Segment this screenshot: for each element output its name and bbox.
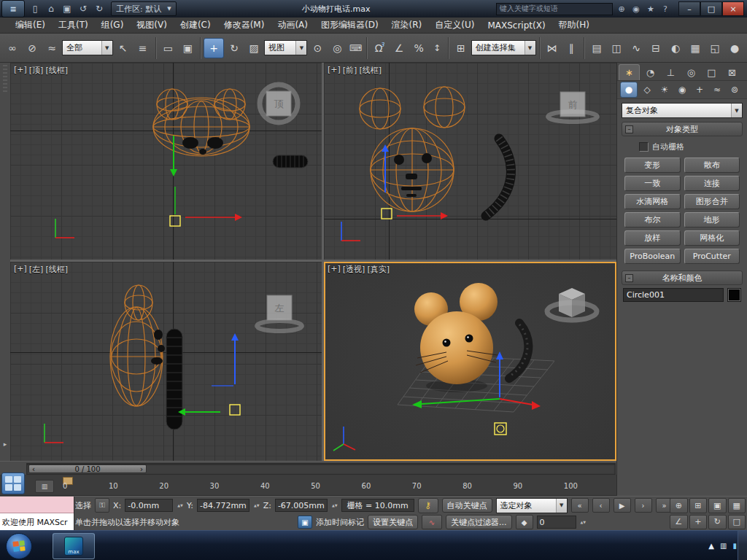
selection-filter-dropdown[interactable]: 全部 ▼ <box>62 40 113 55</box>
help-icon[interactable]: ? <box>659 3 671 15</box>
scene-explorer-icon[interactable]: ◫ <box>607 39 626 58</box>
tray-app-icon[interactable]: ▥ <box>720 542 727 550</box>
connect-button[interactable]: 连接 <box>684 176 740 191</box>
maxscript-mini-listener[interactable]: 欢迎使用 MAXScr <box>0 497 74 531</box>
undo-icon[interactable]: ↺ <box>76 2 90 15</box>
tab-create[interactable]: ∗ <box>619 64 640 80</box>
search-input[interactable]: 键入关键字或短语 <box>496 3 613 15</box>
conform-button[interactable]: 一致 <box>624 176 681 191</box>
subtab-cameras[interactable]: ◉ <box>674 82 690 97</box>
viewport-layout-button[interactable] <box>1 472 25 494</box>
spinner-icon[interactable]: ▲▼ <box>332 504 338 508</box>
search-icon[interactable]: ⊕ <box>616 3 627 15</box>
percent-snap-icon[interactable]: % <box>409 39 428 58</box>
viewport-shading-button[interactable]: [线框] <box>45 264 68 275</box>
zoom-extents-icon[interactable]: ▣ <box>708 498 727 513</box>
object-type-rollout-header[interactable]: – 对象类型 <box>622 122 743 136</box>
move-gizmo-left-view[interactable] <box>178 333 240 416</box>
viewcube-perspective-viewport[interactable] <box>547 288 597 320</box>
select-and-manipulate-icon[interactable]: ◎ <box>328 39 347 58</box>
z-coordinate-field[interactable]: -67.005mm <box>275 499 328 512</box>
rendered-frame-window-icon[interactable]: ◱ <box>705 39 724 58</box>
time-slider-handle[interactable]: ‹ 0 / 100 › <box>28 464 147 473</box>
angle-snap-icon[interactable]: ∠ <box>390 39 409 58</box>
field-of-view-icon[interactable]: ∠ <box>670 515 688 530</box>
menu-group[interactable]: 组(G) <box>95 19 131 31</box>
next-frame-arrow-icon[interactable]: › <box>140 465 143 473</box>
subtab-shapes[interactable]: ◇ <box>639 82 655 97</box>
menu-rendering[interactable]: 渲染(R) <box>385 19 429 31</box>
mouse-model-left-view[interactable] <box>110 285 163 406</box>
sign-in-icon[interactable]: ◉ <box>630 3 642 15</box>
menu-animation[interactable]: 动画(A) <box>271 19 314 31</box>
proboolean-button[interactable]: ProBoolean <box>624 249 681 264</box>
viewport-menu-button[interactable]: [+] <box>14 65 27 76</box>
minimize-button[interactable]: – <box>678 1 700 16</box>
set-key-mode-button[interactable]: 设置关键点 <box>368 515 418 529</box>
menu-modifiers[interactable]: 修改器(M) <box>217 19 271 31</box>
pan-icon[interactable]: + <box>689 515 708 530</box>
subtab-systems[interactable]: ⊚ <box>727 82 743 97</box>
scatter-button[interactable]: 散布 <box>684 158 740 173</box>
menu-tools[interactable]: 工具(T) <box>52 19 95 31</box>
viewport-pov-button[interactable]: [左] <box>29 264 44 275</box>
current-frame-field[interactable]: 0 <box>537 516 576 529</box>
time-slider-track[interactable]: ‹ 0 / 100 › <box>26 463 616 475</box>
add-time-tag[interactable]: 添加时间标记 <box>316 517 364 528</box>
schematic-view-icon[interactable]: ⊟ <box>646 39 665 58</box>
phone-cord-front-view[interactable] <box>486 139 511 216</box>
menu-views[interactable]: 视图(V) <box>130 19 174 31</box>
name-color-rollout-header[interactable]: – 名称和颜色 <box>622 271 743 285</box>
set-key-icon[interactable]: ⚷ <box>418 498 438 513</box>
unlink-selection-icon[interactable]: ⊘ <box>23 39 42 58</box>
window-crossing-toggle-icon[interactable]: ▣ <box>178 39 197 58</box>
viewport-shading-button[interactable]: [真实] <box>367 264 390 275</box>
previous-frame-button[interactable]: ‹ <box>592 498 610 513</box>
tab-display[interactable]: □ <box>702 65 721 80</box>
phone-receiver-top-view[interactable] <box>273 155 308 168</box>
isolate-selection-icon[interactable]: ▣ <box>298 516 312 529</box>
new-scene-icon[interactable]: ▯ <box>28 2 42 15</box>
menu-edit[interactable]: 编辑(E) <box>9 19 52 31</box>
key-selection-dropdown[interactable]: 选定对象 ▼ <box>496 498 568 513</box>
object-color-swatch[interactable] <box>727 288 741 302</box>
render-setup-icon[interactable]: ▦ <box>686 39 705 58</box>
favorites-icon[interactable]: ★ <box>645 3 657 15</box>
spinner-icon[interactable]: ▲▼ <box>177 504 183 508</box>
select-and-move-icon[interactable]: + <box>204 38 224 58</box>
select-object-icon[interactable]: ↖ <box>114 39 133 58</box>
auto-key-button[interactable]: 自动关键点 <box>442 498 492 513</box>
menu-create[interactable]: 创建(C) <box>174 19 217 31</box>
boolean-button[interactable]: 布尔 <box>624 212 681 228</box>
spinner-snap-icon[interactable]: ↕ <box>429 39 445 58</box>
toolbar-grip[interactable] <box>3 65 7 94</box>
phone-receiver-left-view[interactable] <box>166 329 182 429</box>
track-bar[interactable]: 0 10 20 30 40 50 60 70 80 90 100 <box>0 475 616 496</box>
reference-coordinate-dropdown[interactable]: 视图 ▼ <box>264 40 307 55</box>
material-editor-icon[interactable]: ◐ <box>666 39 685 58</box>
expand-tab-bar-icon[interactable]: ▸ <box>1 438 9 451</box>
menu-maxscript[interactable]: MAXScript(X) <box>481 20 551 31</box>
y-coordinate-field[interactable]: -84.772mm <box>197 499 249 512</box>
maximize-button[interactable]: □ <box>700 1 722 16</box>
play-button[interactable]: ▶ <box>614 498 631 513</box>
tab-hierarchy[interactable]: ⊥ <box>661 65 681 80</box>
x-coordinate-field[interactable]: -0.0mm <box>125 499 173 512</box>
menu-help[interactable]: 帮助(H) <box>552 19 596 31</box>
move-gizmo-top-view[interactable] <box>170 136 242 226</box>
zoom-all-icon[interactable]: ⊞ <box>689 498 708 513</box>
start-button[interactable] <box>6 533 32 559</box>
tab-motion[interactable]: ◎ <box>681 65 701 80</box>
viewport-menu-button[interactable]: [+] <box>328 65 341 76</box>
viewport-top[interactable]: [+] [顶] [线框] <box>10 63 322 260</box>
mirror-icon[interactable]: ⋈ <box>542 39 561 58</box>
key-mode-toggle-icon[interactable]: ◆ <box>516 515 533 529</box>
zoom-extents-all-icon[interactable]: ▦ <box>728 498 746 513</box>
named-selection-sets-dropdown[interactable]: 创建选择集 ▼ <box>471 40 536 55</box>
viewcube-top-viewport[interactable]: 顶 <box>260 85 298 122</box>
next-frame-button[interactable]: › <box>635 498 652 513</box>
select-and-rotate-icon[interactable]: ↻ <box>225 39 244 58</box>
tab-modify[interactable]: ◔ <box>640 65 660 80</box>
taskbar-3dsmax-button[interactable]: max <box>53 533 95 559</box>
keyboard-override-icon[interactable]: ⌨ <box>347 39 363 58</box>
